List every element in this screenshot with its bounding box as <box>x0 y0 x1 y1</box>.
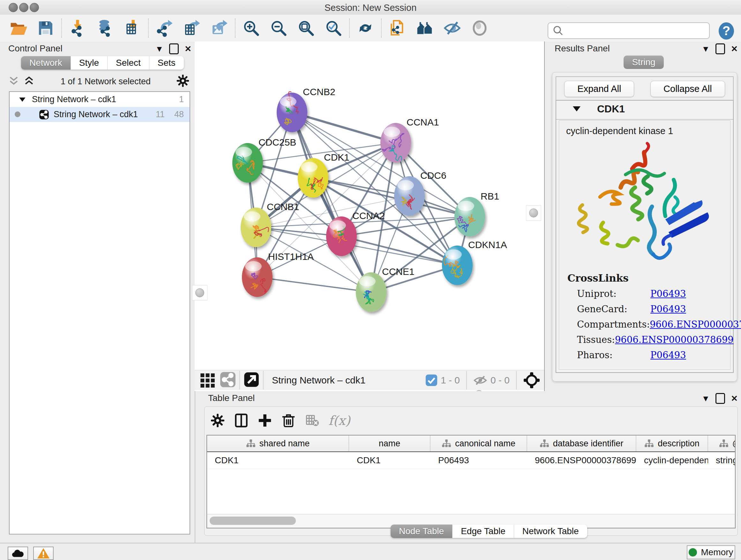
network-node-RB1[interactable]: RB1 <box>455 191 499 237</box>
export-image-button[interactable] <box>205 17 233 39</box>
export-image-icon <box>210 19 228 37</box>
tab-network-table[interactable]: Network Table <box>514 524 587 538</box>
collapse-gene-icon[interactable] <box>573 106 581 111</box>
close-table-icon[interactable]: ✕ <box>731 394 738 402</box>
delete-table-icon[interactable] <box>305 413 320 428</box>
warning-status-button[interactable] <box>33 547 54 560</box>
tab-string[interactable]: String <box>623 56 664 69</box>
close-results-icon[interactable]: ✕ <box>731 45 738 53</box>
tab-select[interactable]: Select <box>108 56 149 70</box>
selected-node-edge-counts: 1 - 0 <box>441 375 460 386</box>
hide-panels-button[interactable] <box>439 17 466 39</box>
import-network-icon <box>69 19 86 37</box>
collapse-table-icon[interactable]: ▼ <box>701 394 710 402</box>
zoom-fit-button[interactable] <box>292 17 320 39</box>
fit-selected-crosshair-icon[interactable] <box>523 372 540 389</box>
collapse-panel-icon[interactable]: ▼ <box>155 45 163 53</box>
network-name: String Network – cdk1 <box>54 110 138 119</box>
help-button[interactable]: ? <box>718 22 735 40</box>
network-graph[interactable]: CCNB2CCNA1CDC25BCDK1CDC6RB1CCNB1CCNA2CDK… <box>195 42 544 370</box>
clone-network-button[interactable] <box>384 17 411 39</box>
memory-button[interactable]: Memory <box>687 545 735 559</box>
fx-button[interactable]: f(x) <box>328 413 350 428</box>
network-selection-bar: 1 of 1 Network selected <box>8 74 190 89</box>
crosslink-link[interactable]: 9606.ENSP00000378699 <box>650 319 741 330</box>
network-edge[interactable] <box>257 277 371 292</box>
crosslink-link[interactable]: P06493 <box>650 304 686 314</box>
network-node-CDK1[interactable]: CDK1 <box>298 152 349 198</box>
network-node-CCNE1[interactable]: CCNE1 <box>356 266 414 312</box>
grid-view-icon[interactable] <box>199 371 216 389</box>
tab-style[interactable]: Style <box>71 56 108 70</box>
column-header-sharedname[interactable]: shared name <box>207 435 349 451</box>
network-tree-row[interactable]: String Network – cdk1 11 48 <box>10 107 190 122</box>
network-edge[interactable] <box>292 112 371 292</box>
tab-node-table[interactable]: Node Table <box>391 524 453 538</box>
network-node-CDKN1A[interactable]: CDKN1A <box>442 240 507 285</box>
table-row[interactable]: CDK1CDK1P064939606.ENSP00000378699cyclin… <box>207 452 735 469</box>
tab-network[interactable]: Network <box>21 56 71 70</box>
network-node-CCNA2[interactable]: CCNA2 <box>326 210 385 256</box>
column-label: @id <box>732 439 736 449</box>
split-columns-icon[interactable] <box>234 413 249 428</box>
selected-checkbox-icon[interactable] <box>425 374 437 386</box>
import-network-button[interactable] <box>64 17 91 39</box>
home-button[interactable] <box>411 17 439 39</box>
collection-count: 1 <box>179 95 184 105</box>
import-table-button[interactable] <box>119 17 146 39</box>
add-column-icon[interactable] <box>258 413 272 428</box>
export-table-button[interactable] <box>178 17 205 39</box>
open-folder-button[interactable] <box>4 17 32 39</box>
float-panel-icon[interactable] <box>169 44 179 54</box>
crosslink-link[interactable]: 9606.ENSP00000378699 <box>615 334 734 345</box>
expand-all-icon[interactable] <box>8 75 20 88</box>
column-header-description[interactable]: description <box>636 435 708 451</box>
network-tree-row[interactable]: String Network – cdk1 1 <box>10 92 190 107</box>
column-header-id[interactable]: @id <box>708 435 736 451</box>
zoom-in-button[interactable] <box>238 17 265 39</box>
collapse-results-icon[interactable]: ▼ <box>701 45 710 53</box>
refresh-button[interactable] <box>352 17 379 39</box>
gear-icon[interactable] <box>210 413 225 428</box>
collapse-all-icon[interactable] <box>23 75 35 88</box>
float-results-icon[interactable] <box>716 44 725 54</box>
zoom-selected-button[interactable] <box>320 17 347 39</box>
search-box[interactable] <box>548 22 710 39</box>
collapse-tree-icon[interactable] <box>19 98 25 102</box>
trash-icon[interactable] <box>281 413 296 428</box>
zoom-out-button[interactable] <box>265 17 292 39</box>
column-header-name[interactable]: name <box>349 435 430 451</box>
export-network-button[interactable] <box>151 17 178 39</box>
column-header-canonicalname[interactable]: canonical name <box>430 435 527 451</box>
birdseye-button[interactable] <box>466 17 493 39</box>
scrollbar-thumb[interactable] <box>210 516 296 525</box>
search-input[interactable] <box>563 25 709 36</box>
open-in-window-icon[interactable] <box>243 371 260 389</box>
birdseye-view-icon[interactable] <box>219 371 236 389</box>
network-edge[interactable] <box>292 112 396 143</box>
cloud-status-button[interactable] <box>8 547 28 560</box>
tab-sets[interactable]: Sets <box>149 56 184 70</box>
crosslink-link[interactable]: P06493 <box>650 350 686 361</box>
left-splitter-handle[interactable] <box>192 285 207 300</box>
right-splitter-handle[interactable] <box>526 205 541 221</box>
crosslink-label: Pharos: <box>577 350 650 361</box>
crosslink-link[interactable]: P06493 <box>650 288 686 299</box>
collapse-all-button[interactable]: Collapse All <box>650 81 725 97</box>
crosslink-row: Pharos:P06493 <box>577 350 730 361</box>
network-node-HIST1H1A[interactable]: HIST1H1A <box>242 251 314 297</box>
import-database-button[interactable] <box>91 17 119 39</box>
network-options-gear-icon[interactable] <box>176 74 190 89</box>
node-label-HIST1H1A: HIST1H1A <box>268 251 314 262</box>
expand-all-button[interactable]: Expand All <box>564 81 634 97</box>
svg-text:?: ? <box>723 23 730 38</box>
node-label-RB1: RB1 <box>481 191 499 201</box>
attribute-table[interactable]: shared namenamecanonical namedatabase id… <box>206 435 736 515</box>
save-button[interactable] <box>32 17 59 39</box>
network-canvas[interactable]: CCNB2CCNA1CDC25BCDK1CDC6RB1CCNB1CCNA2CDK… <box>195 42 544 391</box>
tab-edge-table[interactable]: Edge Table <box>453 524 514 538</box>
close-panel-icon[interactable]: ✕ <box>185 45 192 53</box>
network-node-CCNB1[interactable]: CCNB1 <box>241 201 299 247</box>
column-header-databaseidentifier[interactable]: database identifier <box>527 435 636 451</box>
float-table-icon[interactable] <box>716 393 725 404</box>
